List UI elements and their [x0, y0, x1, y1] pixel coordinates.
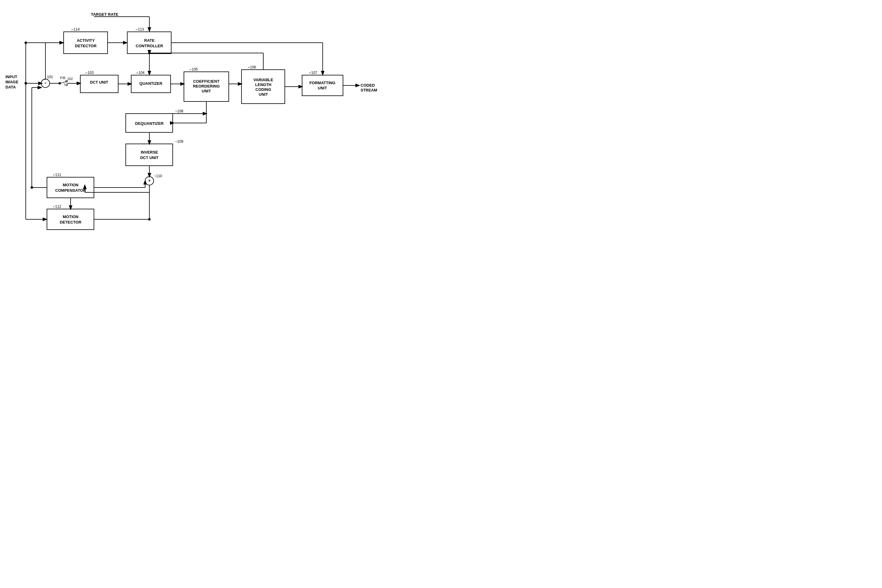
svg-point-7 [66, 84, 68, 86]
ref-111: ⌐111 [53, 172, 61, 177]
vlc-label3: CODING [255, 87, 271, 92]
motion-comp-block [47, 177, 94, 198]
coeff-label1: COEFFICIENT [193, 79, 220, 84]
svg-point-51 [24, 82, 27, 84]
ref-112: ⌐112 [53, 204, 61, 209]
svg-text:−: − [44, 81, 46, 86]
target-rate-label: TARGET RATE [91, 12, 118, 16]
vlc-label4: UNIT [259, 92, 268, 97]
i-label: I [64, 83, 65, 86]
inv-dct-block [126, 144, 173, 166]
formatting-label1: FORMATTING [309, 81, 335, 85]
mc-label2: COMPENSATOR [55, 188, 86, 193]
formatting-label2: UNIT [318, 86, 327, 90]
vlc-label2: LENGTH [255, 82, 271, 87]
ref-106: ⌐106 [248, 65, 256, 69]
pb-label: P/B [60, 76, 66, 80]
ref-104: ⌐104 [136, 70, 144, 75]
coded-stream-label2: STREAM [360, 88, 377, 92]
svg-text:+: + [148, 178, 151, 183]
ref-103: ⌐103 [86, 70, 94, 75]
pb-label2: 102 [67, 77, 73, 81]
ref-101: 101 [47, 75, 53, 79]
formatting-block [302, 75, 343, 96]
ref-114: ⌐114 [72, 27, 80, 32]
input-label2: IMAGE [6, 80, 18, 84]
input-label3: DATA [6, 85, 16, 89]
coeff-label3: UNIT [202, 89, 211, 93]
rate-label2: CONTROLLER [136, 44, 163, 48]
dequantizer-label: DEQUANTIZER [135, 121, 164, 126]
junction-bottom [31, 186, 33, 189]
coeff-label2: REORDERING [193, 84, 220, 88]
vlc-label1: VARIABLE [253, 78, 273, 82]
ref-113: ⌐113 [136, 27, 144, 32]
quantizer-label: QUANTIZER [140, 81, 162, 86]
svg-point-4 [59, 82, 61, 84]
dct-label: DCT UNIT [90, 80, 108, 84]
ref-105: ⌐105 [190, 67, 198, 72]
ref-109: ~109 [175, 140, 183, 144]
junction-rate [148, 52, 151, 54]
md-label2: DETECTOR [60, 220, 81, 225]
inv-dct-label2: DCT UNIT [140, 155, 159, 160]
input-label: INPUT [6, 75, 17, 79]
coded-stream-label: CODED [360, 83, 375, 87]
ref-107: ⌐107 [309, 70, 317, 75]
svg-line-6 [61, 81, 67, 83]
ref-108: ~108 [175, 109, 183, 113]
rate-label1: RATE [144, 38, 155, 43]
diagram-svg: INPUT IMAGE DATA − + 101 P/B 102 I DCT U… [0, 0, 406, 248]
activity-label2: DETECTOR [75, 44, 97, 48]
mc-label1: MOTION [63, 183, 78, 187]
motion-det-block [47, 209, 94, 230]
inv-dct-label1: INVERSE [141, 150, 158, 154]
activity-label1: ACTIVITY [76, 38, 95, 43]
md-label1: MOTION [63, 214, 78, 219]
ref-110: ~110 [154, 174, 162, 178]
